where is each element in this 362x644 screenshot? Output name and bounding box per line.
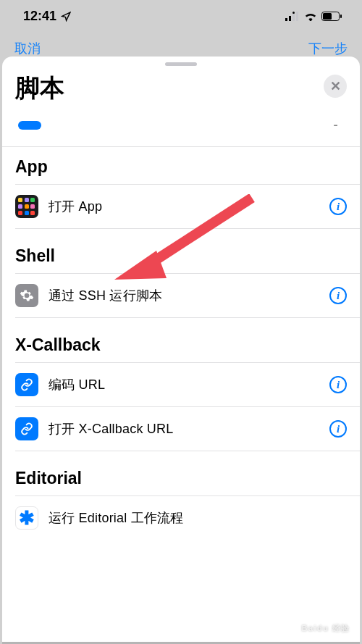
svg-rect-0: [285, 18, 287, 21]
watermark: Baidu 经验: [301, 623, 350, 634]
info-button[interactable]: i: [329, 376, 347, 393]
apps-grid-icon: [15, 195, 38, 218]
partial-icon: [18, 121, 41, 130]
partial-dash: -: [333, 117, 338, 133]
svg-rect-8: [340, 14, 342, 18]
row-open-xcallback[interactable]: 打开 X-Callback URL i: [2, 407, 360, 451]
nav-next[interactable]: 下一步: [308, 40, 348, 57]
row-editorial[interactable]: ✱ 运行 Editorial 工作流程: [2, 496, 360, 540]
location-icon: [61, 12, 71, 22]
link-icon: [15, 373, 38, 396]
svg-point-3: [292, 12, 295, 14]
row-label: 运行 Editorial 工作流程: [49, 509, 347, 527]
battery-icon: [321, 12, 342, 21]
row-open-app[interactable]: 打开 App i: [2, 185, 360, 228]
row-label: 通过 SSH 运行脚本: [49, 287, 319, 304]
row-label: 打开 App: [49, 198, 319, 215]
info-button[interactable]: i: [329, 198, 347, 215]
signal-icon: [285, 12, 300, 21]
section-header-app: App: [2, 147, 360, 184]
svg-rect-2: [292, 14, 295, 21]
svg-rect-1: [289, 16, 291, 21]
row-label: 打开 X-Callback URL: [49, 420, 319, 438]
svg-rect-4: [296, 12, 298, 21]
svg-point-5: [310, 19, 312, 21]
close-icon: ✕: [330, 78, 341, 94]
info-button[interactable]: i: [329, 420, 347, 438]
info-button[interactable]: i: [329, 287, 347, 304]
row-label: 编码 URL: [49, 376, 319, 393]
section-header-editorial: Editorial: [2, 451, 360, 495]
section-header-shell: Shell: [2, 229, 360, 273]
sheet-grabber[interactable]: [165, 62, 197, 66]
gear-icon: [15, 284, 38, 307]
asterisk-icon: ✱: [15, 506, 38, 530]
sheet-title: 脚本: [15, 72, 64, 105]
row-ssh[interactable]: 通过 SSH 运行脚本 i: [2, 274, 360, 317]
wifi-icon: [304, 12, 317, 21]
partial-row-top: -: [2, 112, 360, 146]
status-time: 12:41: [23, 9, 56, 24]
row-encode-url[interactable]: 编码 URL i: [2, 363, 360, 406]
status-bar: 12:41: [0, 0, 362, 33]
close-button[interactable]: ✕: [324, 75, 347, 98]
svg-rect-7: [323, 13, 332, 20]
section-header-xcallback: X-Callback: [2, 318, 360, 362]
nav-cancel[interactable]: 取消: [14, 40, 41, 57]
link-icon: [15, 417, 38, 440]
action-sheet: 脚本 ✕ - App 打开 App i Shell 通: [2, 57, 360, 644]
